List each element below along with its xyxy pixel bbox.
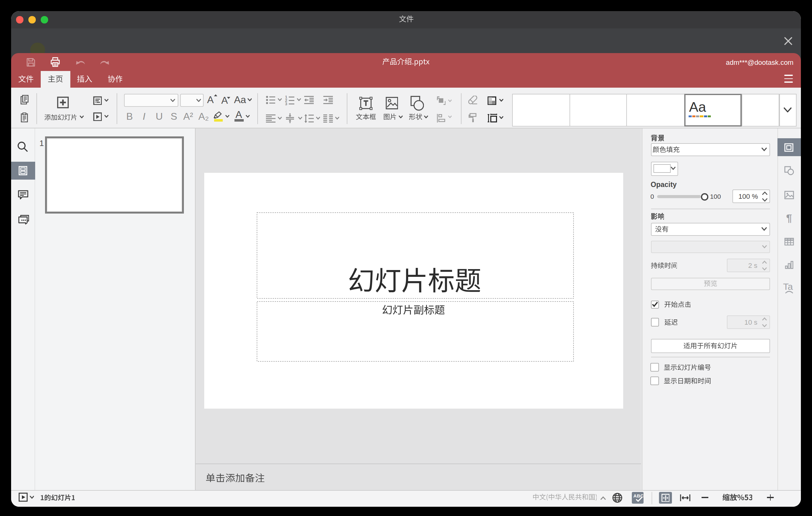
svg-text:3: 3 — [285, 102, 287, 106]
